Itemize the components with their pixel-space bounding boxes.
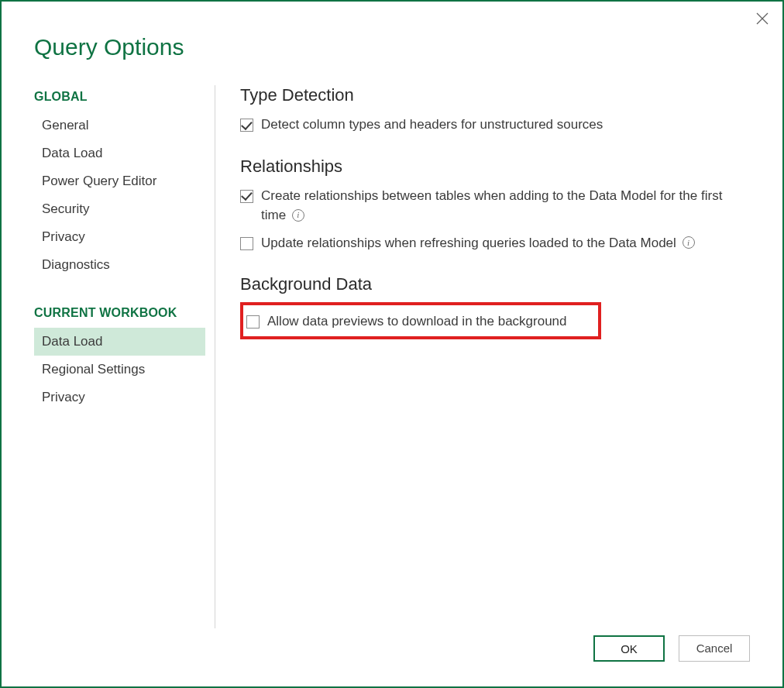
checkbox-create-relationships[interactable] [240, 190, 253, 203]
label-create-relationships: Create relationships between tables when… [261, 188, 722, 223]
heading-type-detection: Type Detection [240, 85, 750, 105]
info-icon[interactable]: i [683, 236, 695, 249]
sidebar-item-privacy-global[interactable]: Privacy [34, 223, 205, 251]
heading-relationships: Relationships [240, 157, 750, 177]
sidebar-item-data-load-global[interactable]: Data Load [34, 139, 205, 167]
info-icon[interactable]: i [292, 209, 304, 222]
sidebar-item-security[interactable]: Security [34, 195, 205, 223]
label-update-relationships: Update relationships when refreshing que… [261, 236, 676, 250]
label-detect-column-types: Detect column types and headers for unst… [261, 115, 603, 135]
heading-background-data: Background Data [240, 274, 750, 294]
sidebar-item-power-query-editor[interactable]: Power Query Editor [34, 167, 205, 195]
dialog-title: Query Options [2, 2, 782, 60]
checkbox-update-relationships[interactable] [240, 237, 253, 250]
sidebar: GLOBAL General Data Load Power Query Edi… [34, 85, 215, 628]
sidebar-section-global: GLOBAL [34, 85, 205, 112]
main-panel: Type Detection Detect column types and h… [215, 85, 750, 628]
cancel-button[interactable]: Cancel [679, 635, 750, 662]
label-allow-background-previews: Allow data previews to download in the b… [267, 311, 567, 332]
close-icon[interactable] [755, 11, 770, 26]
sidebar-item-data-load-workbook[interactable]: Data Load [34, 328, 205, 356]
sidebar-section-current-workbook: CURRENT WORKBOOK [34, 301, 205, 328]
ok-button[interactable]: OK [593, 635, 665, 662]
checkbox-allow-background-previews[interactable] [246, 315, 260, 329]
sidebar-item-diagnostics[interactable]: Diagnostics [34, 251, 205, 279]
sidebar-item-regional-settings[interactable]: Regional Settings [34, 356, 205, 384]
sidebar-item-general[interactable]: General [34, 112, 205, 139]
highlight-box: Allow data previews to download in the b… [240, 302, 601, 339]
checkbox-detect-column-types[interactable] [240, 119, 253, 132]
sidebar-item-privacy-workbook[interactable]: Privacy [34, 384, 205, 411]
